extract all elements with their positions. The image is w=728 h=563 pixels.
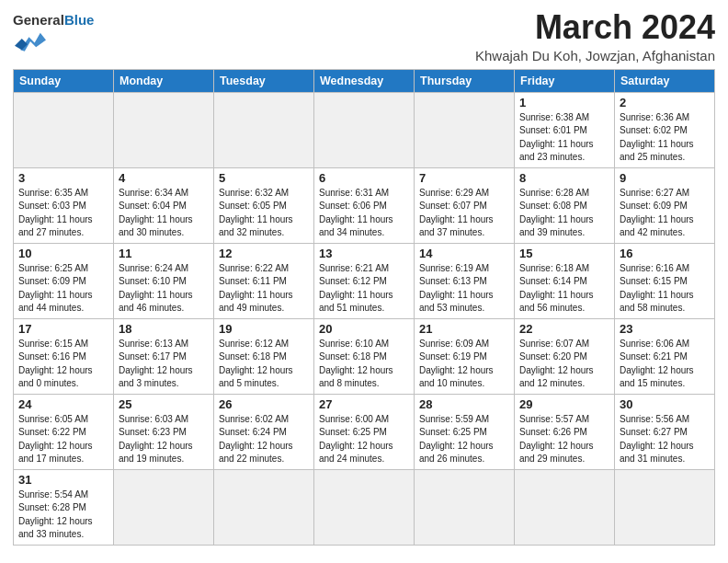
day-info: Sunrise: 6:25 AM Sunset: 6:09 PM Dayligh… <box>18 262 108 316</box>
day-info: Sunrise: 6:10 AM Sunset: 6:18 PM Dayligh… <box>319 338 409 391</box>
table-row: 27Sunrise: 6:00 AM Sunset: 6:25 PM Dayli… <box>314 394 415 469</box>
day-number: 24 <box>18 397 108 411</box>
day-number: 18 <box>119 322 209 336</box>
day-info: Sunrise: 6:22 AM Sunset: 6:11 PM Dayligh… <box>219 262 309 316</box>
day-info: Sunrise: 6:34 AM Sunset: 6:04 PM Dayligh… <box>119 187 209 240</box>
day-info: Sunrise: 6:29 AM Sunset: 6:07 PM Dayligh… <box>419 187 509 240</box>
day-info: Sunrise: 5:54 AM Sunset: 6:28 PM Dayligh… <box>18 488 108 542</box>
logo-icon <box>15 29 46 54</box>
logo-blue: Blue <box>64 12 95 28</box>
table-row: 30Sunrise: 5:56 AM Sunset: 6:27 PM Dayli… <box>615 394 715 469</box>
table-row: 5Sunrise: 6:32 AM Sunset: 6:05 PM Daylig… <box>214 167 314 243</box>
day-number: 28 <box>419 397 509 411</box>
table-row: 18Sunrise: 6:13 AM Sunset: 6:17 PM Dayli… <box>114 318 214 394</box>
day-info: Sunrise: 6:32 AM Sunset: 6:05 PM Dayligh… <box>219 187 309 240</box>
table-row: 3Sunrise: 6:35 AM Sunset: 6:03 PM Daylig… <box>14 167 114 243</box>
day-number: 10 <box>18 247 108 260</box>
table-row <box>214 92 314 167</box>
calendar-table: Sunday Monday Tuesday Wednesday Thursday… <box>13 69 715 546</box>
col-sunday: Sunday <box>14 69 114 92</box>
day-number: 21 <box>419 322 509 336</box>
col-friday: Friday <box>515 69 615 92</box>
col-wednesday: Wednesday <box>314 69 415 92</box>
calendar-title: March 2024 <box>475 9 715 46</box>
day-number: 16 <box>620 247 710 260</box>
day-info: Sunrise: 6:18 AM Sunset: 6:14 PM Dayligh… <box>519 262 609 316</box>
table-row <box>415 469 515 545</box>
table-row: 17Sunrise: 6:15 AM Sunset: 6:16 PM Dayli… <box>14 318 114 394</box>
calendar-week-row: 17Sunrise: 6:15 AM Sunset: 6:16 PM Dayli… <box>14 318 715 394</box>
table-row: 12Sunrise: 6:22 AM Sunset: 6:11 PM Dayli… <box>214 243 314 318</box>
day-number: 19 <box>219 322 309 336</box>
header: GeneralBlue March 2024 Khwajah Du Koh, J… <box>13 9 715 63</box>
day-number: 22 <box>519 322 609 336</box>
table-row: 8Sunrise: 6:28 AM Sunset: 6:08 PM Daylig… <box>515 167 615 243</box>
day-info: Sunrise: 6:03 AM Sunset: 6:23 PM Dayligh… <box>119 413 209 466</box>
table-row: 13Sunrise: 6:21 AM Sunset: 6:12 PM Dayli… <box>314 243 415 318</box>
day-number: 7 <box>419 171 509 185</box>
table-row: 14Sunrise: 6:19 AM Sunset: 6:13 PM Dayli… <box>415 243 515 318</box>
logo-general: General <box>13 12 64 28</box>
day-info: Sunrise: 6:06 AM Sunset: 6:21 PM Dayligh… <box>620 338 710 391</box>
table-row <box>214 469 314 545</box>
day-info: Sunrise: 6:28 AM Sunset: 6:08 PM Dayligh… <box>519 187 609 240</box>
table-row: 1Sunrise: 6:38 AM Sunset: 6:01 PM Daylig… <box>515 92 615 167</box>
table-row <box>314 92 415 167</box>
day-info: Sunrise: 6:27 AM Sunset: 6:09 PM Dayligh… <box>620 187 710 240</box>
calendar-week-row: 3Sunrise: 6:35 AM Sunset: 6:03 PM Daylig… <box>14 167 715 243</box>
day-number: 8 <box>519 171 609 185</box>
day-info: Sunrise: 5:56 AM Sunset: 6:27 PM Dayligh… <box>620 413 710 466</box>
table-row <box>615 469 715 545</box>
table-row <box>515 469 615 545</box>
table-row: 23Sunrise: 6:06 AM Sunset: 6:21 PM Dayli… <box>615 318 715 394</box>
day-number: 25 <box>119 397 209 411</box>
day-info: Sunrise: 5:59 AM Sunset: 6:25 PM Dayligh… <box>419 413 509 466</box>
table-row <box>314 469 415 545</box>
day-info: Sunrise: 6:13 AM Sunset: 6:17 PM Dayligh… <box>119 338 209 391</box>
table-row <box>114 92 214 167</box>
day-number: 12 <box>219 247 309 260</box>
day-number: 26 <box>219 397 309 411</box>
day-number: 14 <box>419 247 509 260</box>
day-number: 2 <box>620 96 710 109</box>
calendar-week-row: 1Sunrise: 6:38 AM Sunset: 6:01 PM Daylig… <box>14 92 715 167</box>
day-info: Sunrise: 6:16 AM Sunset: 6:15 PM Dayligh… <box>620 262 710 316</box>
day-info: Sunrise: 6:24 AM Sunset: 6:10 PM Dayligh… <box>119 262 209 316</box>
table-row <box>14 92 114 167</box>
day-info: Sunrise: 6:15 AM Sunset: 6:16 PM Dayligh… <box>18 338 108 391</box>
table-row: 25Sunrise: 6:03 AM Sunset: 6:23 PM Dayli… <box>114 394 214 469</box>
day-info: Sunrise: 6:09 AM Sunset: 6:19 PM Dayligh… <box>419 338 509 391</box>
day-info: Sunrise: 6:21 AM Sunset: 6:12 PM Dayligh… <box>319 262 409 316</box>
day-number: 20 <box>319 322 409 336</box>
table-row: 4Sunrise: 6:34 AM Sunset: 6:04 PM Daylig… <box>114 167 214 243</box>
day-info: Sunrise: 6:31 AM Sunset: 6:06 PM Dayligh… <box>319 187 409 240</box>
day-number: 4 <box>119 171 209 185</box>
table-row: 7Sunrise: 6:29 AM Sunset: 6:07 PM Daylig… <box>415 167 515 243</box>
day-number: 27 <box>319 397 409 411</box>
table-row: 19Sunrise: 6:12 AM Sunset: 6:18 PM Dayli… <box>214 318 314 394</box>
table-row: 31Sunrise: 5:54 AM Sunset: 6:28 PM Dayli… <box>14 469 114 545</box>
day-number: 23 <box>620 322 710 336</box>
logo-text: GeneralBlue <box>13 13 94 29</box>
day-number: 11 <box>119 247 209 260</box>
day-info: Sunrise: 6:05 AM Sunset: 6:22 PM Dayligh… <box>18 413 108 466</box>
day-number: 6 <box>319 171 409 185</box>
day-number: 30 <box>620 397 710 411</box>
table-row: 26Sunrise: 6:02 AM Sunset: 6:24 PM Dayli… <box>214 394 314 469</box>
day-info: Sunrise: 6:02 AM Sunset: 6:24 PM Dayligh… <box>219 413 309 466</box>
day-number: 1 <box>519 96 609 109</box>
col-saturday: Saturday <box>615 69 715 92</box>
table-row: 6Sunrise: 6:31 AM Sunset: 6:06 PM Daylig… <box>314 167 415 243</box>
col-monday: Monday <box>114 69 214 92</box>
page: GeneralBlue March 2024 Khwajah Du Koh, J… <box>0 0 728 555</box>
day-number: 31 <box>18 473 108 487</box>
table-row: 20Sunrise: 6:10 AM Sunset: 6:18 PM Dayli… <box>314 318 415 394</box>
calendar-week-row: 31Sunrise: 5:54 AM Sunset: 6:28 PM Dayli… <box>14 469 715 545</box>
day-info: Sunrise: 6:07 AM Sunset: 6:20 PM Dayligh… <box>519 338 609 391</box>
calendar-header-row: Sunday Monday Tuesday Wednesday Thursday… <box>14 69 715 92</box>
table-row: 24Sunrise: 6:05 AM Sunset: 6:22 PM Dayli… <box>14 394 114 469</box>
day-info: Sunrise: 5:57 AM Sunset: 6:26 PM Dayligh… <box>519 413 609 466</box>
calendar-subtitle: Khwajah Du Koh, Jowzjan, Afghanistan <box>475 48 715 63</box>
day-info: Sunrise: 6:38 AM Sunset: 6:01 PM Dayligh… <box>519 111 609 165</box>
title-area: March 2024 Khwajah Du Koh, Jowzjan, Afgh… <box>475 9 715 63</box>
